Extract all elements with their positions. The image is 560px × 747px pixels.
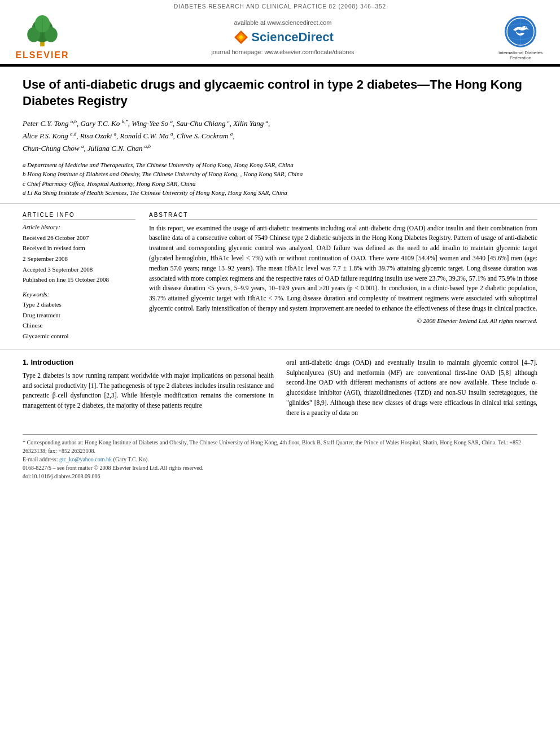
accepted-date: Accepted 3 September 2008	[23, 264, 135, 275]
elsevier-brand-text: ELSEVIER	[15, 50, 69, 60]
corresponding-author: * Corresponding author at: Hong Kong Ins…	[23, 438, 537, 455]
affiliation-a: a Department of Medicine and Therapeutic…	[23, 160, 537, 170]
authors: Peter C.Y. Tong a,b, Gary T.C. Ko b,*, W…	[23, 117, 537, 154]
keyword-2: Drug treatment	[23, 310, 135, 321]
page: DIABETES RESEARCH AND CLINICAL PRACTICE …	[0, 0, 560, 747]
doi-text: doi:10.1016/j.diabres.2008.09.006	[23, 472, 537, 480]
sciencedirect-icon	[232, 28, 250, 46]
history-label: Article history:	[23, 224, 135, 230]
section1-number: 1.	[23, 358, 29, 366]
email-link[interactable]: gtc_ko@yahoo.com.hk	[59, 456, 112, 462]
keyword-4: Glycaemic control	[23, 331, 135, 342]
keyword-1: Type 2 diabetes	[23, 299, 135, 310]
idf-icon	[503, 14, 538, 49]
received-revised-date: 2 September 2008	[23, 254, 135, 264]
section1-paragraph2: oral anti-diabetic drugs (OAD) and event…	[286, 358, 537, 418]
section1-heading: Introduction	[30, 358, 73, 366]
received-date: Received 26 October 2007	[23, 233, 135, 243]
journal-citation: DIABETES RESEARCH AND CLINICAL PRACTICE …	[174, 3, 386, 10]
abstract-text: In this report, we examined the usage of…	[149, 224, 537, 314]
section1-title: 1. Introduction	[23, 358, 274, 366]
affiliations: a Department of Medicine and Therapeutic…	[23, 160, 537, 198]
footer: * Corresponding author at: Hong Kong Ins…	[23, 434, 537, 480]
article-info-header: ARTICLE INFO	[23, 212, 135, 220]
header-logos: ELSEVIER available at www.sciencedirect.…	[0, 11, 560, 65]
journal-header-bar: DIABETES RESEARCH AND CLINICAL PRACTICE …	[0, 0, 560, 11]
email-address: E-mail address: gtc_ko@yahoo.com.hk (Gar…	[23, 455, 537, 464]
sciencedirect-logo: ScienceDirect	[73, 28, 492, 46]
license-text: 0168-8227/$ – see front matter © 2008 El…	[23, 464, 537, 472]
svg-point-11	[522, 26, 527, 29]
idf-label: International Diabetes Federation	[492, 50, 549, 60]
affiliation-d: d Li Ka Shing Institute of Health Scienc…	[23, 188, 537, 198]
affiliation-c: c Chief Pharmacy Office, Hospital Author…	[23, 179, 537, 189]
article-title: Use of anti-diabetic drugs and glycaemic…	[23, 77, 537, 109]
keywords-label: Keywords:	[23, 291, 135, 298]
affiliation-b: b Hong Kong Institute of Diabetes and Ob…	[23, 169, 537, 179]
abstract-col: ABSTRACT In this report, we examined the…	[149, 212, 537, 342]
body-left-col: 1. Introduction Type 2 diabetes is now r…	[23, 358, 274, 423]
keyword-3: Chinese	[23, 320, 135, 331]
email-name: (Gary T.C. Ko).	[113, 456, 149, 462]
section1-paragraph1: Type 2 diabetes is now running rampant w…	[23, 371, 274, 411]
title-section: Use of anti-diabetic drugs and glycaemic…	[0, 67, 560, 204]
copyright: © 2008 Elsevier Ireland Ltd. All rights …	[149, 317, 537, 324]
abstract-header: ABSTRACT	[149, 212, 537, 220]
article-info-abstract: ARTICLE INFO Article history: Received 2…	[0, 204, 560, 350]
received-revised-label: Received in revised form	[23, 243, 135, 254]
body-two-col: 1. Introduction Type 2 diabetes is now r…	[23, 358, 537, 423]
elsevier-logo: ELSEVIER	[11, 14, 73, 60]
article-info-col: ARTICLE INFO Article history: Received 2…	[23, 212, 135, 342]
elsevier-tree-icon	[22, 14, 63, 49]
svg-point-12	[525, 27, 526, 28]
body-content: 1. Introduction Type 2 diabetes is now r…	[0, 350, 560, 429]
journal-homepage: journal homepage: www.elsevier.com/locat…	[73, 49, 492, 55]
published-date: Published on line 15 October 2008	[23, 274, 135, 285]
available-text: available at www.sciencedirect.com	[73, 19, 492, 26]
center-header: available at www.sciencedirect.com Scien…	[73, 19, 492, 55]
body-right-col: oral anti-diabetic drugs (OAD) and event…	[286, 358, 537, 423]
idf-logo: International Diabetes Federation	[492, 14, 549, 60]
sciencedirect-text: ScienceDirect	[251, 30, 334, 45]
